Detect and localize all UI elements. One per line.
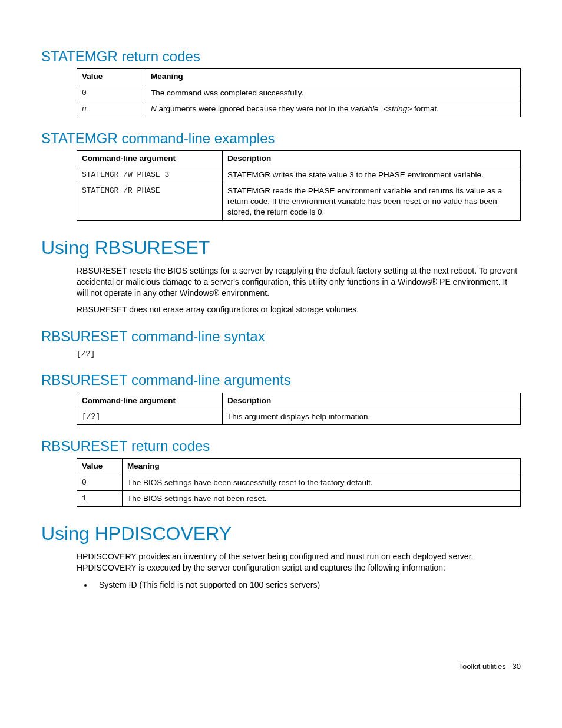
heading-rbsureset-return: RBSURESET return codes	[41, 437, 521, 456]
cell-value: 0	[77, 85, 146, 101]
heading-statemgr-return: STATEMGR return codes	[41, 47, 521, 66]
cell-arg: STATEMGR /W PHASE 3	[77, 167, 223, 183]
heading-hpdiscovery: Using HPDISCOVERY	[41, 521, 521, 546]
th-arg: Command-line argument	[77, 151, 223, 167]
page-footer: Toolkit utilities 30	[41, 661, 521, 672]
heading-statemgr-examples: STATEMGR command-line examples	[41, 129, 521, 148]
footer-label: Toolkit utilities	[458, 662, 505, 671]
th-desc: Description	[223, 393, 521, 409]
cell-desc: STATEMGR writes the state value 3 to the…	[223, 167, 521, 183]
cell-meaning: N arguments were ignored because they we…	[146, 101, 521, 117]
list-item: System ID (This field is not supported o…	[93, 579, 521, 591]
cell-arg: STATEMGR /R PHASE	[77, 183, 223, 220]
table-row: [/?] This argument displays help informa…	[77, 409, 521, 424]
th-value: Value	[77, 459, 123, 475]
syntax-code: [/?]	[77, 349, 521, 360]
paragraph: RBSURESET does not erase array configura…	[77, 304, 521, 315]
footer-page: 30	[513, 662, 521, 671]
table-row: 1 The BIOS settings have not been reset.	[77, 490, 521, 506]
cell-desc: This argument displays help information.	[223, 409, 521, 424]
cell-desc: STATEMGR reads the PHASE environment var…	[223, 183, 521, 220]
cell-arg: [/?]	[77, 409, 223, 424]
table-statemgr-return: Value Meaning 0 The command was complete…	[77, 68, 521, 117]
heading-rbsureset-args: RBSURESET command-line arguments	[41, 371, 521, 390]
th-desc: Description	[223, 151, 521, 167]
heading-rbsureset: Using RBSURESET	[41, 235, 521, 261]
cell-meaning: The BIOS settings have been successfully…	[123, 475, 521, 490]
table-row: STATEMGR /R PHASE STATEMGR reads the PHA…	[77, 183, 521, 220]
heading-rbsureset-syntax: RBSURESET command-line syntax	[41, 327, 521, 346]
cell-meaning: The command was completed successfully.	[146, 85, 521, 101]
th-arg: Command-line argument	[77, 393, 223, 409]
cell-value: n	[77, 101, 146, 117]
cell-meaning: The BIOS settings have not been reset.	[123, 490, 521, 506]
th-meaning: Meaning	[123, 459, 521, 475]
bullet-list: System ID (This field is not supported o…	[77, 579, 521, 591]
table-statemgr-examples: Command-line argument Description STATEM…	[77, 150, 521, 220]
cell-value: 1	[77, 490, 123, 506]
cell-value: 0	[77, 475, 123, 490]
th-meaning: Meaning	[146, 69, 521, 85]
table-row: 0 The command was completed successfully…	[77, 85, 521, 101]
table-row: n N arguments were ignored because they …	[77, 101, 521, 117]
th-value: Value	[77, 69, 146, 85]
table-rbsureset-args: Command-line argument Description [/?] T…	[77, 393, 521, 425]
table-row: 0 The BIOS settings have been successful…	[77, 475, 521, 490]
table-rbsureset-return: Value Meaning 0 The BIOS settings have b…	[77, 458, 521, 507]
paragraph: HPDISCOVERY provides an inventory of the…	[77, 551, 521, 574]
paragraph: RBSURESET resets the BIOS settings for a…	[77, 265, 521, 299]
table-row: STATEMGR /W PHASE 3 STATEMGR writes the …	[77, 167, 521, 183]
